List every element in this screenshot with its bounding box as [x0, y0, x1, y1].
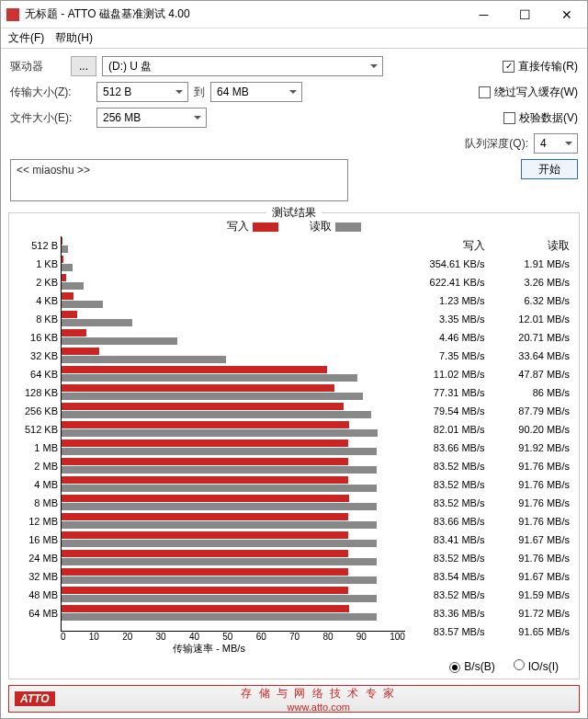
file-size-select[interactable]: 256 MB	[96, 108, 207, 128]
value-read: 87.79 MB/s	[491, 402, 576, 420]
y-tick: 16 KB	[13, 328, 58, 347]
value-write: 83.52 MB/s	[405, 457, 491, 475]
size-to-select[interactable]: 64 MB	[210, 82, 302, 102]
y-tick: 128 KB	[13, 383, 58, 402]
bar-write	[62, 384, 334, 392]
unit-ios-radio[interactable]: IO/s(I)	[514, 659, 559, 673]
bar-write	[62, 605, 349, 612]
value-write: 3.35 MB/s	[405, 310, 491, 328]
bar-read	[62, 245, 68, 253]
bar-write	[62, 513, 348, 520]
bar-read	[62, 503, 377, 510]
unit-bps-radio[interactable]: B/s(B)	[449, 660, 494, 673]
direct-checkbox[interactable]: ✓直接传输(R)	[503, 59, 578, 74]
y-tick: 8 KB	[13, 310, 58, 328]
value-write: 83.66 MB/s	[405, 512, 491, 531]
menu-help[interactable]: 帮助(H)	[55, 30, 93, 46]
value-read: 91.76 MB/s	[491, 512, 576, 531]
value-write: 83.54 MB/s	[405, 567, 491, 586]
bar-read	[62, 595, 377, 602]
browse-button[interactable]: ...	[71, 56, 96, 76]
app-icon	[6, 8, 19, 21]
verify-checkbox[interactable]: 校验数据(V)	[503, 110, 578, 126]
bar-read	[62, 521, 377, 529]
drive-label: 驱动器	[10, 59, 65, 74]
value-write: 83.41 MB/s	[405, 531, 491, 549]
y-tick: 48 MB	[13, 586, 58, 604]
bar-read	[62, 540, 377, 547]
y-tick: 24 MB	[13, 549, 58, 567]
value-read: 3.26 MB/s	[491, 273, 576, 291]
value-read: 91.72 MB/s	[491, 604, 576, 622]
value-write: 11.02 MB/s	[405, 365, 491, 383]
size-from-select[interactable]: 512 B	[96, 82, 188, 102]
bypass-checkbox[interactable]: 绕过写入缓存(W)	[479, 85, 578, 100]
bar-write	[62, 366, 327, 373]
value-write: 79.54 MB/s	[405, 402, 491, 420]
bar-write	[62, 458, 348, 465]
value-write: 83.52 MB/s	[405, 475, 491, 494]
value-read: 20.71 MB/s	[491, 328, 576, 347]
footer-banner[interactable]: ATTO 存 储 与 网 络 技 术 专 家 www.atto.com	[8, 685, 580, 713]
y-tick: 32 KB	[13, 347, 58, 365]
bar-read	[62, 337, 177, 345]
value-read: 86 MB/s	[491, 383, 576, 402]
value-write: 83.52 MB/s	[405, 494, 491, 512]
description-input[interactable]: << miaoshu >>	[10, 159, 348, 201]
bar-read	[62, 356, 226, 363]
minimize-button[interactable]: ─	[463, 1, 504, 29]
legend-write: 写入	[227, 219, 278, 234]
y-tick: 64 KB	[13, 365, 58, 383]
maximize-button[interactable]: ☐	[504, 1, 546, 29]
legend-read: 读取	[310, 219, 361, 234]
transfer-size-label: 传输大小(Z):	[10, 85, 96, 100]
bar-read	[62, 301, 103, 308]
y-tick: 12 MB	[13, 512, 58, 531]
bar-write	[62, 329, 86, 337]
value-write: 83.36 MB/s	[405, 604, 491, 622]
bar-write	[62, 274, 66, 281]
bar-read	[62, 558, 377, 565]
bar-write	[62, 403, 344, 410]
y-tick: 4 MB	[13, 475, 58, 494]
bar-read	[62, 448, 377, 455]
bar-read	[62, 282, 84, 290]
start-button[interactable]: 开始	[521, 159, 578, 179]
value-read: 91.65 MB/s	[491, 622, 576, 641]
bar-read	[62, 466, 377, 474]
bar-read	[62, 374, 357, 382]
y-tick: 1 MB	[13, 439, 58, 457]
drive-select[interactable]: (D:) U 盘	[102, 56, 383, 76]
chart: 512 B1 KB2 KB4 KB8 KB16 KB32 KB64 KB128 …	[13, 236, 405, 632]
results-panel: 测试结果 写入 读取 512 B1 KB2 KB4 KB8 KB16 KB32 …	[8, 212, 580, 679]
bar-write	[62, 256, 63, 263]
close-button[interactable]: ✕	[546, 1, 587, 29]
y-tick: 256 KB	[13, 402, 58, 420]
value-read: 90.20 MB/s	[491, 420, 576, 439]
y-tick: 32 MB	[13, 567, 58, 586]
menu-file[interactable]: 文件(F)	[8, 30, 44, 46]
bar-write	[62, 439, 348, 447]
queue-select[interactable]: 4	[534, 133, 578, 154]
value-write: 4.46 MB/s	[405, 328, 491, 347]
bar-read	[62, 576, 377, 584]
value-read: 91.92 MB/s	[491, 439, 576, 457]
bar-write	[62, 348, 99, 355]
value-read: 91.76 MB/s	[491, 494, 576, 512]
bar-write	[62, 292, 74, 300]
bar-write	[62, 237, 62, 245]
bar-read	[62, 429, 378, 437]
y-tick: 2 MB	[13, 457, 58, 475]
bar-write	[62, 311, 77, 318]
value-write: 83.66 MB/s	[405, 439, 491, 457]
y-tick: 4 KB	[13, 291, 58, 310]
value-write: 82.01 MB/s	[405, 420, 491, 439]
value-write: 83.57 MB/s	[405, 622, 491, 641]
value-read: 47.87 MB/s	[491, 365, 576, 383]
value-read: 33.64 MB/s	[491, 347, 576, 365]
value-write: 622.41 KB/s	[405, 273, 491, 291]
bar-write	[62, 587, 348, 594]
file-size-label: 文件大小(E):	[10, 110, 96, 126]
bar-write	[62, 495, 349, 502]
bar-write	[62, 550, 348, 557]
